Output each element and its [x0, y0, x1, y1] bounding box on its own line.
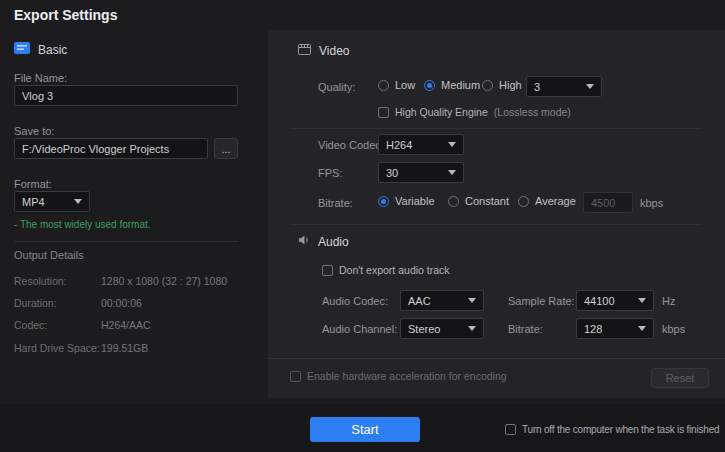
radio-circle-icon — [448, 196, 459, 207]
file-name-input[interactable] — [14, 85, 238, 106]
audio-channel-value: Stereo — [408, 323, 440, 335]
fps-value: 30 — [386, 167, 398, 179]
audio-bitrate-label: Bitrate: — [508, 323, 543, 335]
browse-button[interactable]: ... — [214, 138, 238, 159]
format-label: Format: — [14, 178, 52, 190]
hard-drive-space-label: Hard Drive Space: — [14, 342, 100, 354]
footer-bar: Start Turn off the computer when the tas… — [0, 404, 725, 452]
bitrate-radio-variable[interactable]: Variable — [378, 195, 435, 207]
basic-section-label: Basic — [38, 43, 67, 57]
basic-section-header: Basic — [14, 42, 67, 57]
reset-button[interactable]: Reset — [651, 368, 709, 388]
audio-bitrate-value: 128 — [584, 323, 602, 335]
hardware-acceleration-checkbox[interactable]: Enable hardware acceleration for encodin… — [290, 370, 507, 382]
hq-engine-note: (Lossless mode) — [494, 106, 571, 118]
export-settings-window: Export Settings Basic File Name: Save to… — [0, 0, 725, 452]
hq-engine-label: High Quality Engine — [395, 106, 488, 118]
turn-off-label: Turn off the computer when the task is f… — [522, 424, 719, 435]
save-to-label: Save to: — [14, 125, 54, 137]
radio-circle-icon — [518, 196, 529, 207]
resolution-value: 1280 x 1080 (32 : 27) 1080 — [101, 275, 227, 287]
video-codec-label: Video Codec: — [318, 139, 384, 151]
sample-rate-unit: Hz — [662, 295, 675, 307]
file-name-label: File Name: — [14, 72, 67, 84]
audio-bitrate-dropdown[interactable]: 128 — [576, 318, 654, 339]
checkbox-icon — [505, 424, 516, 435]
footer-divider — [268, 358, 725, 359]
video-divider-1 — [290, 128, 702, 129]
dont-export-audio-label: Don't export audio track — [339, 264, 450, 276]
section-divider — [290, 224, 702, 225]
audio-channel-label: Audio Channel: — [322, 323, 397, 335]
quality-level-value: 3 — [534, 81, 540, 93]
bitrate-unit: kbps — [640, 197, 663, 209]
chevron-down-icon — [448, 170, 456, 175]
codec-label: Codec: — [14, 319, 47, 331]
quality-radio-high[interactable]: High — [482, 79, 522, 91]
duration-value: 00:00:06 — [101, 297, 142, 309]
video-icon — [298, 44, 311, 58]
bitrate-radio-constant[interactable]: Constant — [448, 195, 509, 207]
chevron-down-icon — [586, 84, 594, 89]
hard-drive-space-value: 199.51GB — [101, 342, 148, 354]
radio-circle-icon — [378, 196, 389, 207]
format-value: MP4 — [22, 196, 45, 208]
video-codec-dropdown[interactable]: H264 — [378, 134, 464, 155]
audio-bitrate-unit: kbps — [662, 323, 685, 335]
chevron-down-icon — [468, 298, 476, 303]
sample-rate-label: Sample Rate: — [508, 295, 575, 307]
resolution-label: Resolution: — [14, 275, 67, 287]
bitrate-constant-label: Constant — [465, 195, 509, 207]
checkbox-icon — [290, 371, 301, 382]
video-codec-value: H264 — [386, 139, 412, 151]
audio-codec-dropdown[interactable]: AAC — [400, 290, 484, 311]
duration-label: Duration: — [14, 297, 57, 309]
format-dropdown[interactable]: MP4 — [14, 191, 90, 212]
chevron-down-icon — [468, 326, 476, 331]
page-title: Export Settings — [14, 7, 117, 23]
chevron-down-icon — [638, 326, 646, 331]
dont-export-audio-checkbox[interactable]: Don't export audio track — [322, 264, 450, 276]
quality-radio-low[interactable]: Low — [378, 79, 415, 91]
output-details-header: Output Details — [14, 249, 84, 261]
checkbox-icon — [378, 107, 389, 118]
quality-medium-label: Medium — [441, 79, 480, 91]
bitrate-label: Bitrate: — [318, 197, 353, 209]
radio-circle-icon — [482, 80, 493, 91]
fps-dropdown[interactable]: 30 — [378, 162, 464, 183]
start-button[interactable]: Start — [310, 417, 420, 442]
bitrate-value-input[interactable] — [583, 192, 633, 213]
hardware-acceleration-label: Enable hardware acceleration for encodin… — [307, 370, 507, 382]
chevron-down-icon — [638, 298, 646, 303]
sample-rate-value: 44100 — [584, 295, 615, 307]
hq-engine-checkbox[interactable]: High Quality Engine (Lossless mode) — [378, 106, 571, 118]
video-section-label: Video — [319, 44, 349, 58]
fps-label: FPS: — [318, 167, 342, 179]
audio-codec-value: AAC — [408, 295, 431, 307]
audio-section-header: Audio — [298, 234, 349, 249]
radio-circle-icon — [378, 80, 389, 91]
codec-value: H264/AAC — [101, 319, 151, 331]
quality-label: Quality: — [318, 81, 355, 93]
left-divider — [14, 241, 238, 242]
quality-radio-medium[interactable]: Medium — [424, 79, 480, 91]
sample-rate-dropdown[interactable]: 44100 — [576, 290, 654, 311]
quality-low-label: Low — [395, 79, 415, 91]
audio-channel-dropdown[interactable]: Stereo — [400, 318, 484, 339]
speaker-icon — [298, 234, 310, 249]
radio-circle-icon — [424, 80, 435, 91]
audio-codec-label: Audio Codec: — [322, 295, 388, 307]
save-to-input[interactable] — [14, 138, 208, 159]
settings-panel: Video Quality: Low Medium High 3 High Qu… — [268, 30, 725, 398]
turn-off-checkbox[interactable]: Turn off the computer when the task is f… — [505, 424, 719, 435]
checkbox-icon — [322, 265, 333, 276]
bitrate-average-label: Average — [535, 195, 576, 207]
video-section-header: Video — [298, 44, 349, 58]
format-hint: - The most widely used format. — [14, 219, 151, 230]
quality-level-dropdown[interactable]: 3 — [526, 76, 602, 97]
audio-section-label: Audio — [318, 235, 349, 249]
bitrate-variable-label: Variable — [395, 195, 435, 207]
chevron-down-icon — [74, 199, 82, 204]
quality-high-label: High — [499, 79, 522, 91]
bitrate-radio-average[interactable]: Average — [518, 195, 576, 207]
